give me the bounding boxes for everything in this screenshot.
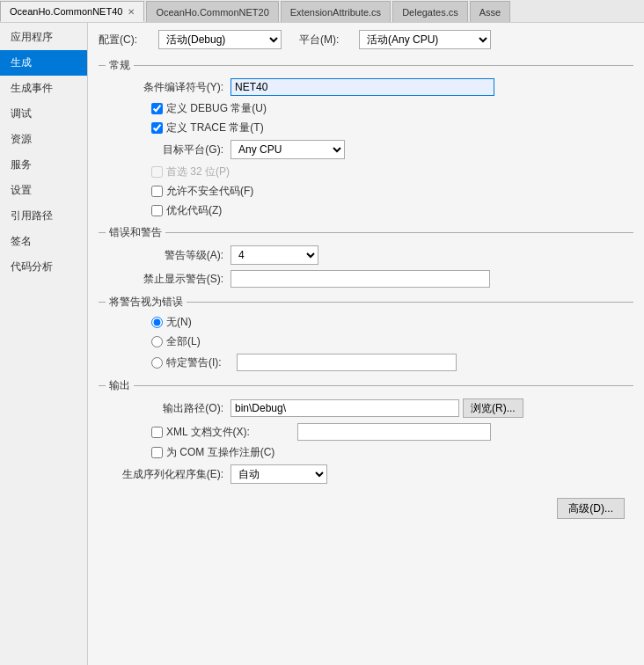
define-trace-row: 定义 TRACE 常量(T) <box>99 121 633 135</box>
prefer32-label: 首选 32 位(P) <box>166 164 230 179</box>
browse-button[interactable]: 浏览(R)... <box>463 398 523 418</box>
sidebar-item-build-events[interactable]: 生成事件 <box>0 76 87 101</box>
output-path-row: 输出路径(O): 浏览(R)... <box>99 398 633 418</box>
section-errors-header: 错误和警告 <box>99 225 633 240</box>
optimize-checkbox[interactable] <box>151 205 163 216</box>
define-trace-checkbox[interactable] <box>151 122 163 134</box>
tab-delegates[interactable]: Delegates.cs <box>392 1 468 22</box>
radio-none-row: 无(N) <box>99 315 633 330</box>
serialization-row: 生成序列化程序集(E): 自动 <box>99 464 633 484</box>
sidebar-item-code-analysis[interactable]: 代码分析 <box>0 254 87 280</box>
config-row: 配置(C): 活动(Debug) 平台(M): 活动(Any CPU) <box>99 30 633 49</box>
suppress-warnings-row: 禁止显示警告(S): <box>99 270 633 288</box>
config-dropdown[interactable]: 活动(Debug) <box>158 30 282 49</box>
section-output-header: 输出 <box>99 378 633 393</box>
sidebar: 应用程序 生成 生成事件 调试 资源 服务 设置 引用路径 <box>0 23 88 665</box>
section-general-header: 常规 <box>99 58 633 73</box>
tab-label: Asse <box>479 7 501 18</box>
optimize-row: 优化代码(Z) <box>99 203 633 218</box>
sidebar-item-debug[interactable]: 调试 <box>0 101 87 127</box>
tab-extension-attribute[interactable]: ExtensionAttribute.cs <box>281 1 391 22</box>
warning-level-dropdown[interactable]: 4 <box>231 245 318 265</box>
optimize-label: 优化代码(Z) <box>166 203 222 218</box>
sidebar-item-services[interactable]: 服务 <box>0 152 87 178</box>
tab-bar: OceanHo.CommonNET40 ✕ OceanHo.CommonNET2… <box>0 0 644 23</box>
prefer32-checkbox[interactable] <box>151 166 163 178</box>
platform-dropdown[interactable]: 活动(Any CPU) <box>359 30 491 49</box>
warning-level-row: 警告等级(A): 4 <box>99 245 633 265</box>
allow-unsafe-label: 允许不安全代码(F) <box>166 184 253 199</box>
condition-input[interactable] <box>231 78 494 96</box>
radio-specific-label: 特定警告(I): <box>166 355 237 370</box>
radio-none-label: 无(N) <box>166 315 192 330</box>
define-trace-label: 定义 TRACE 常量(T) <box>166 121 264 135</box>
tab-label: ExtensionAttribute.cs <box>290 7 381 18</box>
com-register-row: 为 COM 互操作注册(C) <box>99 445 633 460</box>
radio-none[interactable] <box>151 317 163 328</box>
specific-warnings-input[interactable] <box>237 354 457 371</box>
xml-doc-input[interactable] <box>297 423 491 441</box>
suppress-warnings-label: 禁止显示警告(S): <box>116 272 231 287</box>
radio-all[interactable] <box>151 336 163 347</box>
sidebar-item-build[interactable]: 生成 <box>0 50 87 76</box>
sidebar-item-resources[interactable]: 资源 <box>0 127 87 152</box>
xml-doc-row: XML 文档文件(X): <box>99 423 633 441</box>
output-path-label: 输出路径(O): <box>116 401 231 416</box>
define-debug-row: 定义 DEBUG 常量(U) <box>99 101 633 116</box>
warning-level-label: 警告等级(A): <box>116 248 231 263</box>
allow-unsafe-row: 允许不安全代码(F) <box>99 184 633 199</box>
tab-label: OceanHo.CommonNET20 <box>156 7 268 18</box>
output-path-input[interactable] <box>231 399 459 417</box>
suppress-warnings-input[interactable] <box>231 270 490 288</box>
tab-asse[interactable]: Asse <box>470 1 510 22</box>
sidebar-item-ref-path[interactable]: 引用路径 <box>0 203 87 229</box>
tab-oceanho-net20[interactable]: OceanHo.CommonNET20 <box>146 1 278 22</box>
advanced-button[interactable]: 高级(D)... <box>557 498 625 519</box>
config-label: 配置(C): <box>99 33 151 48</box>
com-register-label: 为 COM 互操作注册(C) <box>166 445 274 460</box>
radio-specific[interactable] <box>151 357 163 369</box>
tab-label: Delegates.cs <box>402 7 458 18</box>
radio-specific-row: 特定警告(I): <box>99 354 633 371</box>
section-treat-warnings-header: 将警告视为错误 <box>99 295 633 310</box>
target-platform-dropdown[interactable]: Any CPU <box>231 140 345 159</box>
xml-doc-label: XML 文档文件(X): <box>166 425 294 440</box>
define-debug-label: 定义 DEBUG 常量(U) <box>166 101 267 116</box>
sidebar-item-app[interactable]: 应用程序 <box>0 25 87 50</box>
tab-oceanho-net40[interactable]: OceanHo.CommonNET40 ✕ <box>0 1 144 22</box>
tab-label: OceanHo.CommonNET40 <box>10 6 122 17</box>
condition-label: 条件编译符号(Y): <box>116 80 231 95</box>
radio-all-row: 全部(L) <box>99 334 633 349</box>
prefer32-row: 首选 32 位(P) <box>99 164 633 179</box>
target-platform-row: 目标平台(G): Any CPU <box>99 140 633 159</box>
target-platform-label: 目标平台(G): <box>116 142 231 157</box>
define-debug-checkbox[interactable] <box>151 103 163 114</box>
tab-close-icon[interactable]: ✕ <box>128 7 135 17</box>
serialization-dropdown[interactable]: 自动 <box>231 464 327 484</box>
com-register-checkbox[interactable] <box>151 447 163 458</box>
sidebar-item-sign[interactable]: 签名 <box>0 229 87 254</box>
main-layout: 应用程序 生成 生成事件 调试 资源 服务 设置 引用路径 <box>0 23 644 665</box>
xml-doc-checkbox[interactable] <box>151 427 163 438</box>
platform-label: 平台(M): <box>299 33 352 48</box>
content-area: 配置(C): 活动(Debug) 平台(M): 活动(Any CPU) 常规 条… <box>88 23 644 665</box>
condition-row: 条件编译符号(Y): <box>99 78 633 96</box>
radio-all-label: 全部(L) <box>166 334 201 349</box>
sidebar-item-settings[interactable]: 设置 <box>0 178 87 203</box>
serialization-label: 生成序列化程序集(E): <box>116 467 231 482</box>
allow-unsafe-checkbox[interactable] <box>151 186 163 197</box>
